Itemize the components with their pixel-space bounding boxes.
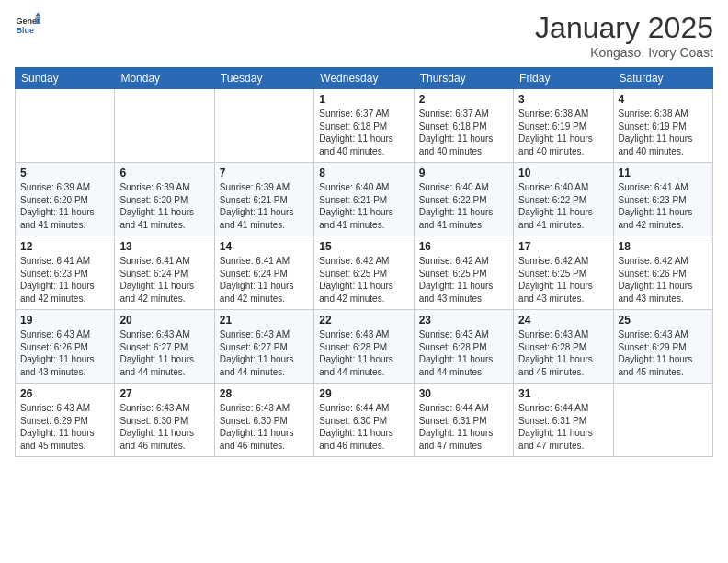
daylight-text: Daylight: 11 hours and 41 minutes. xyxy=(119,206,209,231)
daylight-text: Daylight: 11 hours and 41 minutes. xyxy=(220,206,309,231)
table-row: 26Sunrise: 6:43 AMSunset: 6:29 PMDayligh… xyxy=(16,384,115,457)
day-info: Sunrise: 6:43 AMSunset: 6:27 PMDaylight:… xyxy=(119,328,209,378)
title-block: January 2025 Kongaso, Ivory Coast xyxy=(535,11,713,60)
sunrise-text: Sunrise: 6:41 AM xyxy=(619,181,708,194)
daylight-text: Daylight: 11 hours and 40 minutes. xyxy=(518,132,608,157)
header: General Blue January 2025 Kongaso, Ivory… xyxy=(15,11,713,60)
sunset-text: Sunset: 6:19 PM xyxy=(619,121,708,133)
sunset-text: Sunset: 6:22 PM xyxy=(518,194,608,207)
sunrise-text: Sunrise: 6:41 AM xyxy=(119,255,209,268)
sunrise-text: Sunrise: 6:41 AM xyxy=(20,255,109,268)
col-monday: Monday xyxy=(115,68,214,89)
table-row: 3Sunrise: 6:38 AMSunset: 6:19 PMDaylight… xyxy=(514,89,613,163)
calendar-location: Kongaso, Ivory Coast xyxy=(535,45,713,60)
table-row: 27Sunrise: 6:43 AMSunset: 6:30 PMDayligh… xyxy=(115,384,214,457)
daylight-text: Daylight: 11 hours and 45 minutes. xyxy=(20,427,109,452)
sunrise-text: Sunrise: 6:43 AM xyxy=(20,402,109,415)
table-row: 8Sunrise: 6:40 AMSunset: 6:21 PMDaylight… xyxy=(314,163,414,236)
table-row: 13Sunrise: 6:41 AMSunset: 6:24 PMDayligh… xyxy=(115,236,214,310)
table-row: 2Sunrise: 6:37 AMSunset: 6:18 PMDaylight… xyxy=(414,89,513,163)
sunrise-text: Sunrise: 6:39 AM xyxy=(20,181,109,194)
sunset-text: Sunset: 6:31 PM xyxy=(518,415,608,428)
sunset-text: Sunset: 6:27 PM xyxy=(220,341,309,354)
day-number: 24 xyxy=(518,314,608,327)
logo-icon: General Blue xyxy=(15,11,40,37)
day-info: Sunrise: 6:43 AMSunset: 6:29 PMDaylight:… xyxy=(619,328,708,378)
day-info: Sunrise: 6:44 AMSunset: 6:31 PMDaylight:… xyxy=(419,402,508,452)
day-info: Sunrise: 6:41 AMSunset: 6:24 PMDaylight:… xyxy=(119,255,209,304)
day-info: Sunrise: 6:43 AMSunset: 6:30 PMDaylight:… xyxy=(220,402,309,452)
sunrise-text: Sunrise: 6:37 AM xyxy=(419,108,508,121)
daylight-text: Daylight: 11 hours and 41 minutes. xyxy=(319,206,408,231)
day-info: Sunrise: 6:44 AMSunset: 6:31 PMDaylight:… xyxy=(518,402,608,452)
table-row: 28Sunrise: 6:43 AMSunset: 6:30 PMDayligh… xyxy=(214,384,313,457)
day-number: 6 xyxy=(119,167,209,179)
day-info: Sunrise: 6:43 AMSunset: 6:28 PMDaylight:… xyxy=(518,328,608,378)
logo: General Blue xyxy=(15,11,40,37)
day-number: 19 xyxy=(20,314,109,327)
sunset-text: Sunset: 6:25 PM xyxy=(319,268,408,281)
day-info: Sunrise: 6:44 AMSunset: 6:30 PMDaylight:… xyxy=(319,402,408,452)
day-number: 20 xyxy=(119,314,209,327)
sunrise-text: Sunrise: 6:44 AM xyxy=(518,402,608,415)
col-wednesday: Wednesday xyxy=(314,68,414,89)
sunset-text: Sunset: 6:28 PM xyxy=(319,341,408,354)
table-row: 14Sunrise: 6:41 AMSunset: 6:24 PMDayligh… xyxy=(214,236,313,310)
table-row: 12Sunrise: 6:41 AMSunset: 6:23 PMDayligh… xyxy=(16,236,115,310)
sunset-text: Sunset: 6:31 PM xyxy=(419,415,508,428)
sunset-text: Sunset: 6:18 PM xyxy=(419,121,508,133)
table-row: 25Sunrise: 6:43 AMSunset: 6:29 PMDayligh… xyxy=(613,310,712,384)
sunrise-text: Sunrise: 6:40 AM xyxy=(419,181,508,194)
day-info: Sunrise: 6:42 AMSunset: 6:25 PMDaylight:… xyxy=(419,255,508,304)
sunrise-text: Sunrise: 6:44 AM xyxy=(319,402,408,415)
sunrise-text: Sunrise: 6:39 AM xyxy=(220,181,309,194)
table-row: 29Sunrise: 6:44 AMSunset: 6:30 PMDayligh… xyxy=(314,384,414,457)
day-number: 7 xyxy=(220,167,309,179)
daylight-text: Daylight: 11 hours and 43 minutes. xyxy=(619,280,708,304)
day-number: 3 xyxy=(518,93,608,106)
day-number: 30 xyxy=(419,387,508,400)
day-info: Sunrise: 6:38 AMSunset: 6:19 PMDaylight:… xyxy=(619,108,708,157)
table-row: 21Sunrise: 6:43 AMSunset: 6:27 PMDayligh… xyxy=(214,310,313,384)
daylight-text: Daylight: 11 hours and 40 minutes. xyxy=(419,132,508,157)
sunrise-text: Sunrise: 6:43 AM xyxy=(220,328,309,341)
day-info: Sunrise: 6:42 AMSunset: 6:25 PMDaylight:… xyxy=(319,255,408,304)
daylight-text: Daylight: 11 hours and 46 minutes. xyxy=(220,427,309,452)
day-number: 21 xyxy=(220,314,309,327)
day-number: 14 xyxy=(220,240,309,253)
table-row: 24Sunrise: 6:43 AMSunset: 6:28 PMDayligh… xyxy=(514,310,613,384)
sunset-text: Sunset: 6:20 PM xyxy=(20,194,109,207)
daylight-text: Daylight: 11 hours and 47 minutes. xyxy=(518,427,608,452)
daylight-text: Daylight: 11 hours and 46 minutes. xyxy=(319,427,408,452)
day-number: 13 xyxy=(119,240,209,253)
day-info: Sunrise: 6:43 AMSunset: 6:30 PMDaylight:… xyxy=(119,402,209,452)
day-info: Sunrise: 6:43 AMSunset: 6:27 PMDaylight:… xyxy=(220,328,309,378)
sunset-text: Sunset: 6:23 PM xyxy=(20,268,109,281)
sunrise-text: Sunrise: 6:40 AM xyxy=(518,181,608,194)
table-row xyxy=(613,384,712,457)
day-info: Sunrise: 6:39 AMSunset: 6:20 PMDaylight:… xyxy=(20,181,109,231)
table-row: 4Sunrise: 6:38 AMSunset: 6:19 PMDaylight… xyxy=(613,89,712,163)
day-number: 23 xyxy=(419,314,508,327)
sunset-text: Sunset: 6:30 PM xyxy=(220,415,309,428)
sunrise-text: Sunrise: 6:42 AM xyxy=(518,255,608,268)
table-row: 30Sunrise: 6:44 AMSunset: 6:31 PMDayligh… xyxy=(414,384,513,457)
sunset-text: Sunset: 6:18 PM xyxy=(319,121,408,133)
sunrise-text: Sunrise: 6:37 AM xyxy=(319,108,408,121)
day-info: Sunrise: 6:43 AMSunset: 6:29 PMDaylight:… xyxy=(20,402,109,452)
daylight-text: Daylight: 11 hours and 43 minutes. xyxy=(20,353,109,378)
daylight-text: Daylight: 11 hours and 40 minutes. xyxy=(619,132,708,157)
daylight-text: Daylight: 11 hours and 43 minutes. xyxy=(419,280,508,304)
daylight-text: Daylight: 11 hours and 44 minutes. xyxy=(220,353,309,378)
sunset-text: Sunset: 6:23 PM xyxy=(619,194,708,207)
table-row xyxy=(16,89,115,163)
sunrise-text: Sunrise: 6:42 AM xyxy=(319,255,408,268)
day-number: 4 xyxy=(619,93,708,106)
sunset-text: Sunset: 6:29 PM xyxy=(619,341,708,354)
day-info: Sunrise: 6:41 AMSunset: 6:23 PMDaylight:… xyxy=(619,181,708,231)
table-row: 1Sunrise: 6:37 AMSunset: 6:18 PMDaylight… xyxy=(314,89,414,163)
day-number: 11 xyxy=(619,167,708,179)
sunrise-text: Sunrise: 6:43 AM xyxy=(419,328,508,341)
sunset-text: Sunset: 6:25 PM xyxy=(518,268,608,281)
sunrise-text: Sunrise: 6:43 AM xyxy=(518,328,608,341)
